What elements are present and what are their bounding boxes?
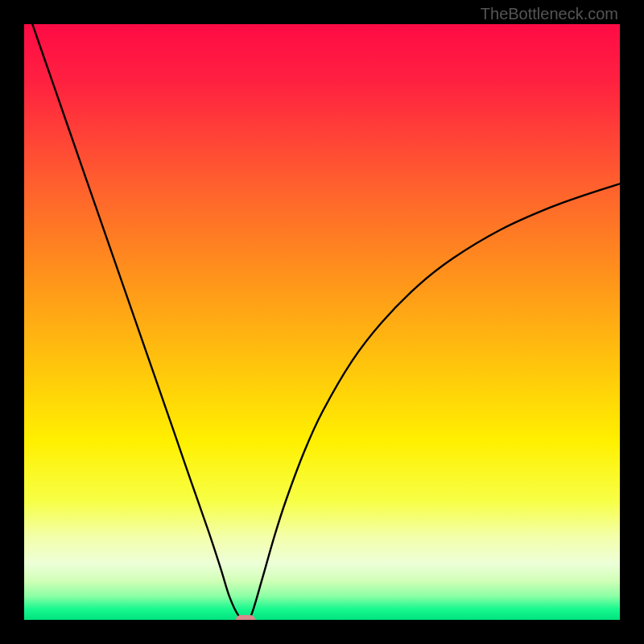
watermark-text: TheBottleneck.com	[481, 5, 618, 23]
chart-frame: TheBottleneck.com	[0, 0, 644, 644]
bottleneck-curve	[24, 24, 620, 620]
plot-area	[24, 24, 620, 620]
optimal-marker	[236, 615, 255, 620]
